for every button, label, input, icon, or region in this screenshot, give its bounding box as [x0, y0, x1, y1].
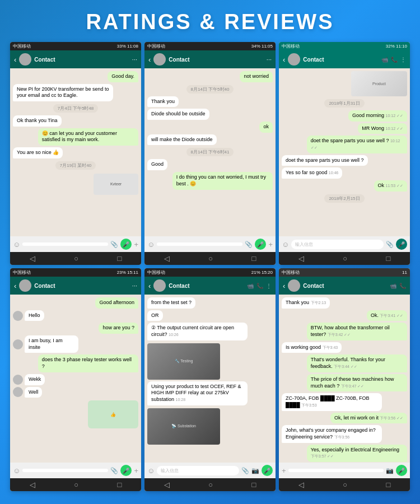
nav-apps-5[interactable]: □ — [251, 480, 256, 489]
msg-2-1: not worried — [240, 71, 273, 82]
status-left-5: 中国移动 — [147, 269, 165, 276]
chat-header-3: ‹ Contact 📹 📞 ⋮ — [279, 50, 410, 68]
nav-home-2[interactable]: ○ — [208, 254, 213, 263]
msg-5-4: Using your product to test OCEF, REF & H… — [147, 381, 248, 405]
date-2-2: 8月14日 下午6时41 — [186, 148, 234, 156]
msg-1-1: Good day. — [108, 71, 138, 82]
video-icon-6[interactable]: 📹 — [390, 283, 396, 289]
input-field-4[interactable] — [22, 469, 108, 472]
nav-home-3[interactable]: ○ — [343, 254, 347, 263]
clip-icon-3[interactable]: 📎 — [386, 241, 394, 248]
emoji-btn-5[interactable]: ☺ — [147, 466, 155, 475]
chat-body-4: Good afternoon Hello how are you ? I am … — [10, 295, 141, 463]
emoji-btn-3[interactable]: ☺ — [282, 240, 289, 249]
input-field-2[interactable] — [157, 242, 242, 246]
status-right-1: 33% 11:08 — [117, 44, 138, 49]
status-left-3: 中国移动 — [282, 43, 300, 49]
mic-btn-2[interactable]: 🎤 — [255, 239, 266, 250]
nav-apps-4[interactable]: □ — [117, 480, 122, 489]
back-arrow-1[interactable]: ‹ — [14, 55, 16, 64]
nav-home-5[interactable]: ○ — [208, 480, 213, 489]
nav-back-6[interactable]: ◁ — [298, 480, 304, 489]
kvteer-img: Kvteer — [94, 174, 138, 195]
nav-apps-6[interactable]: □ — [386, 480, 390, 489]
status-bar-6: 中国移动 11 — [279, 268, 410, 277]
more-icon-5[interactable]: ⋮ — [266, 283, 272, 289]
nav-apps-3[interactable]: □ — [386, 254, 390, 263]
msg-6-7: ZC-700A, FOB ████ ZC-700B, FOB ████ 下午3:… — [282, 393, 382, 410]
back-arrow-5[interactable]: ‹ — [148, 282, 151, 290]
nav-back-2[interactable]: ◁ — [164, 254, 170, 263]
chat-header-6: ‹ Contact 📹 📞 — [279, 277, 410, 295]
mic-btn-6[interactable]: 🎤 — [396, 465, 407, 476]
date-3-2: 2018年2月15日 — [324, 194, 364, 203]
send-btn-3[interactable]: 🎤 — [396, 239, 407, 250]
nav-back-4[interactable]: ◁ — [30, 480, 35, 489]
msg-3-6: Ok 11:53 ✓✓ — [374, 180, 407, 192]
msg-4-6: Wekk — [25, 374, 45, 385]
attach-btn-4[interactable]: 📎 — [110, 467, 118, 474]
back-arrow-2[interactable]: ‹ — [148, 55, 151, 64]
mic-btn-4[interactable]: 🎤 — [120, 465, 132, 476]
avatar-5 — [153, 279, 166, 292]
nav-back-3[interactable]: ◁ — [298, 254, 304, 263]
plus-btn-4[interactable]: + — [134, 466, 138, 475]
status-right-2: 34% 11:05 — [251, 44, 273, 49]
video-icon-5[interactable]: 📹 — [247, 283, 254, 289]
call-icon-3[interactable]: 📞 — [391, 57, 398, 63]
emoji-btn-4[interactable]: ☺ — [13, 466, 20, 475]
avatar-2 — [153, 53, 166, 66]
nav-apps-1[interactable]: □ — [117, 254, 122, 263]
status-bar-3: 中国移动 32% 11:10 — [279, 42, 410, 50]
back-arrow-6[interactable]: ‹ — [283, 282, 285, 290]
plus-btn-2[interactable]: + — [268, 240, 273, 249]
nav-home-6[interactable]: ○ — [343, 480, 347, 489]
header-icons-4: ··· — [132, 282, 137, 289]
nav-home-1[interactable]: ○ — [74, 254, 78, 263]
nav-apps-2[interactable]: □ — [251, 254, 256, 263]
nav-bar-4: ◁ ○ □ — [10, 478, 141, 491]
input-field-1[interactable] — [22, 242, 108, 246]
emoji-btn-1[interactable]: ☺ — [13, 240, 20, 249]
camera-icon-5[interactable]: 📷 — [251, 467, 259, 474]
emoji-btn-2[interactable]: ☺ — [147, 240, 155, 249]
contact-name-2: Contact — [169, 57, 263, 63]
clip-icon-5[interactable]: 📎 — [241, 467, 249, 474]
nav-back-1[interactable]: ◁ — [30, 254, 35, 263]
mic-btn-1[interactable]: 🎤 — [120, 239, 132, 250]
nav-back-5[interactable]: ◁ — [164, 480, 170, 489]
send-btn-5[interactable]: 🎤 — [262, 465, 273, 476]
nav-home-4[interactable]: ○ — [74, 480, 78, 489]
msg-6-3: BTW, how about the transformer oil teste… — [307, 323, 407, 340]
msg-4-2: Hello — [25, 310, 44, 321]
input-field-3[interactable]: 输入信息 — [291, 240, 384, 249]
substation-img-5b: 📡 Substation — [147, 408, 220, 445]
attach-btn-1[interactable]: 📎 — [110, 241, 118, 248]
call-icon-6[interactable]: 📞 — [399, 283, 406, 289]
msg-1-4: 😊 can let you and your customer satisfie… — [38, 128, 138, 146]
user-avatar-4-2 — [13, 339, 23, 349]
chat-body-1: Good day. New PI for 200KV transformer b… — [10, 68, 141, 236]
plus-icon-6[interactable]: + — [282, 466, 286, 475]
status-left-2: 中国移动 — [147, 43, 165, 49]
contact-name-5: Contact — [169, 283, 244, 289]
sent-img-4: 👍 — [88, 400, 138, 428]
msg-4-1: Good afternoon — [95, 297, 138, 309]
msg-3-2: MR Wong 10:12 ✓✓ — [358, 123, 407, 134]
status-left-1: 中国移动 — [13, 43, 31, 49]
plus-btn-1[interactable]: + — [134, 240, 138, 249]
call-icon-5[interactable]: 📞 — [256, 283, 263, 289]
video-icon-3[interactable]: 📹 — [381, 57, 388, 63]
back-arrow-3[interactable]: ‹ — [283, 55, 285, 64]
msg-2-7: I do thing you can not worried, I must t… — [172, 172, 273, 189]
phone-screen-6: 中国移动 11 ‹ Contact 📹 📞 Thank you 下午2:13 O… — [279, 268, 410, 491]
attach-btn-2[interactable]: 📎 — [245, 241, 253, 248]
avatar-4 — [19, 279, 31, 292]
input-field-5[interactable]: 输入信息 — [157, 466, 239, 475]
msg-1-2: New PI for 200KV transformer be send to … — [13, 84, 113, 101]
back-arrow-4[interactable]: ‹ — [14, 282, 16, 290]
avatar-6 — [288, 279, 300, 292]
camera-icon-6[interactable]: 📷 — [386, 467, 394, 474]
input-field-6[interactable] — [288, 469, 384, 472]
more-icon-3[interactable]: ⋮ — [400, 57, 406, 63]
